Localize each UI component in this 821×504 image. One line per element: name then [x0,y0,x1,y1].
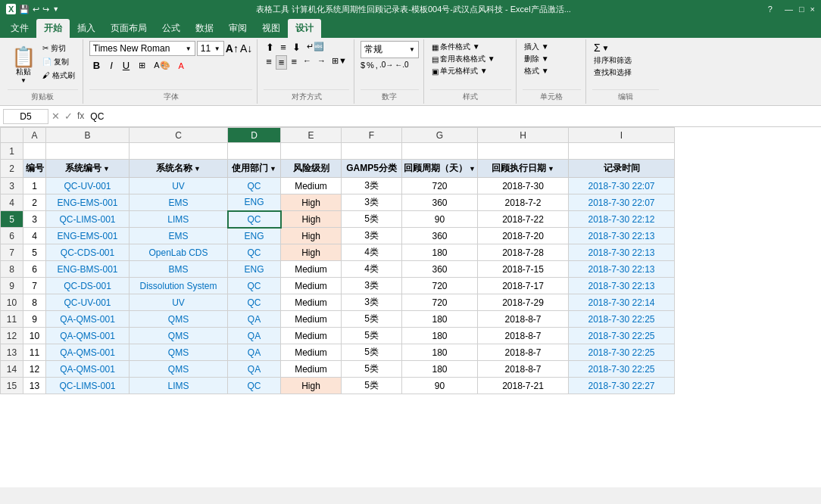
cell-h9[interactable]: 2018-7-17 [478,278,569,294]
cell-d6[interactable]: ENG [228,228,281,244]
row-12-header[interactable]: 12 [1,328,23,344]
cell-e8[interactable]: Medium [281,261,342,278]
cell-f15[interactable]: 5类 [342,378,402,394]
cell-g7[interactable]: 180 [402,244,478,261]
format-button[interactable]: 格式 ▼ [523,65,581,77]
cell-a5[interactable]: 3 [23,211,46,228]
align-right-button[interactable]: ≡ [289,55,299,70]
header-dept[interactable]: 使用部门▼ [228,160,281,178]
cell-c13[interactable]: QMS [130,344,228,361]
cell-a6[interactable]: 4 [23,228,46,244]
cell-h11[interactable]: 2018-8-7 [478,311,569,328]
filter-arrow-h[interactable]: ▼ [548,165,554,173]
row-3-header[interactable]: 3 [1,178,23,194]
cell-d13[interactable]: QA [228,344,281,361]
conditional-format-button[interactable]: ▦ 条件格式 ▼ [430,41,511,53]
col-d[interactable]: D [228,128,281,143]
cell-a14[interactable]: 12 [23,361,46,378]
cell-h14[interactable]: 2018-8-7 [478,361,569,378]
bold-button[interactable]: B [89,58,104,73]
cell-i3[interactable]: 2018-7-30 22:07 [569,178,675,194]
cell-f8[interactable]: 4类 [342,261,402,278]
header-sys-name[interactable]: 系统名称▼ [130,160,228,178]
cell-g3[interactable]: 720 [402,178,478,194]
tab-file[interactable]: 文件 [3,19,36,38]
cell-g4[interactable]: 360 [402,194,478,211]
col-g[interactable]: G [402,128,478,143]
cell-reference-box[interactable]: D5 [3,109,48,124]
cell-f9[interactable]: 3类 [342,278,402,294]
cell-b6[interactable]: ENG-EMS-001 [46,228,130,244]
cell-c14[interactable]: QMS [130,361,228,378]
filter-arrow-c[interactable]: ▼ [194,165,201,173]
cell-e12[interactable]: Medium [281,328,342,344]
cell-h12[interactable]: 2018-8-7 [478,328,569,344]
cell-g10[interactable]: 720 [402,294,478,311]
comma-button[interactable]: , [376,61,378,70]
find-select-button[interactable]: 查找和选择 [592,67,659,79]
cell-a7[interactable]: 5 [23,244,46,261]
filter-arrow-b[interactable]: ▼ [103,165,110,173]
cell-d10[interactable]: QC [228,294,281,311]
font-size-selector[interactable]: 11 ▼ [197,41,224,56]
cell-e6[interactable]: High [281,228,342,244]
cell-g15[interactable]: 90 [402,378,478,394]
cell-c15[interactable]: LIMS [130,378,228,394]
cell-d8[interactable]: ENG [228,261,281,278]
cell-h3[interactable]: 2018-7-30 [478,178,569,194]
tab-design[interactable]: 设计 [288,19,321,38]
cell-d4[interactable]: ENG [228,194,281,211]
border-button[interactable]: ⊞ [136,60,148,71]
copy-button[interactable]: 📄 复制 [41,56,76,68]
cell-f12[interactable]: 5类 [342,328,402,344]
quick-save-icon[interactable]: 💾 [19,5,30,14]
font-increase-icon[interactable]: A↑ [226,42,239,54]
italic-button[interactable]: I [106,58,117,73]
cell-a12[interactable]: 10 [23,328,46,344]
cell-a8[interactable]: 6 [23,261,46,278]
tab-view[interactable]: 视图 [254,19,288,38]
row-2-header-num[interactable]: 2 [1,160,23,178]
cell-a1[interactable] [23,143,46,160]
cell-h1[interactable] [478,143,569,160]
col-b[interactable]: B [46,128,130,143]
row-5-header[interactable]: 5 [1,211,23,228]
cell-c4[interactable]: EMS [130,194,228,211]
cell-g11[interactable]: 180 [402,311,478,328]
restore-icon[interactable]: □ [799,5,804,14]
header-gamp[interactable]: GAMP5分类 [342,160,402,178]
cell-c10[interactable]: UV [130,294,228,311]
cell-g1[interactable] [402,143,478,160]
row-11-header[interactable]: 11 [1,311,23,328]
cell-a3[interactable]: 1 [23,178,46,194]
cell-h10[interactable]: 2018-7-29 [478,294,569,311]
cell-e11[interactable]: Medium [281,311,342,328]
cell-b5[interactable]: QC-LIMS-001 [46,211,130,228]
cell-d11[interactable]: QA [228,311,281,328]
header-num[interactable]: 编号 [23,160,46,178]
col-i[interactable]: I [569,128,675,143]
close-icon[interactable]: × [810,5,815,14]
cell-c6[interactable]: EMS [130,228,228,244]
row-6-header[interactable]: 6 [1,228,23,244]
row-15-header[interactable]: 15 [1,378,23,394]
header-risk[interactable]: 风险级别 [281,160,342,178]
cell-g9[interactable]: 720 [402,278,478,294]
cell-e7[interactable]: High [281,244,342,261]
align-bottom-button[interactable]: ⬇ [290,41,303,54]
cell-b8[interactable]: ENG-BMS-001 [46,261,130,278]
cell-b7[interactable]: QC-CDS-001 [46,244,130,261]
cancel-formula-icon[interactable]: ✕ [52,110,60,122]
tab-pagelayout[interactable]: 页面布局 [103,19,155,38]
cell-i1[interactable] [569,143,675,160]
cell-e1[interactable] [281,143,342,160]
undo-icon[interactable]: ↩ [33,5,39,14]
cell-d9[interactable]: QC [228,278,281,294]
col-h[interactable]: H [478,128,569,143]
cell-i7[interactable]: 2018-7-30 22:13 [569,244,675,261]
cell-b4[interactable]: ENG-EMS-001 [46,194,130,211]
col-f[interactable]: F [342,128,402,143]
customize-qa-icon[interactable]: ▼ [52,5,59,13]
cell-h8[interactable]: 2018-7-15 [478,261,569,278]
cell-c7[interactable]: OpenLab CDS [130,244,228,261]
